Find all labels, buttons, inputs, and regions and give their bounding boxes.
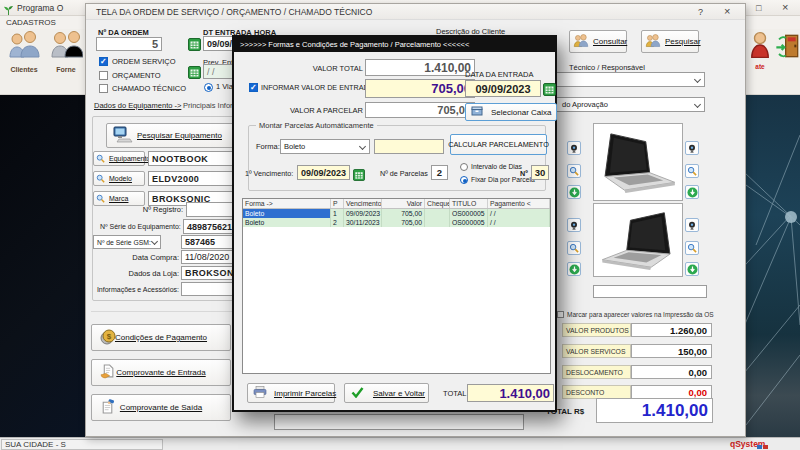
zoom-photo-button[interactable] xyxy=(567,241,581,255)
marca-button[interactable]: Marca xyxy=(93,191,145,206)
fixar-dia-radio[interactable] xyxy=(460,176,468,184)
cell-valor[interactable]: 705,00 xyxy=(382,209,425,218)
webcam-capture-button[interactable] xyxy=(685,141,699,155)
chevron-down-icon xyxy=(359,143,366,150)
consultar-button[interactable]: Consultar xyxy=(569,30,627,53)
gsm-value: 587465 xyxy=(185,237,215,247)
cell-valor[interactable]: 705,00 xyxy=(382,218,425,227)
toolbar-clientes-button[interactable]: Clientes xyxy=(4,31,44,91)
aprovacao-select[interactable]: do Aprovação xyxy=(549,97,705,112)
pesquisar-button[interactable]: Pesquisar xyxy=(641,30,699,53)
webcam-capture-button[interactable] xyxy=(567,141,581,155)
save-photo-button[interactable] xyxy=(685,185,699,199)
form-titlebar[interactable]: TELA DA ORDEM DE SERVIÇO / ORÇAMENTO / C… xyxy=(86,4,745,20)
tab-dados-equipamento[interactable]: Dados do Equipamento -> xyxy=(94,101,181,110)
save-photo-button[interactable] xyxy=(685,262,699,276)
intervalo-dias-radio[interactable] xyxy=(460,163,468,171)
forma-select[interactable]: Boleto xyxy=(280,139,370,154)
cell-vencimento[interactable]: 09/09/2023 xyxy=(344,209,382,218)
prev-entrega-calendar-icon[interactable] xyxy=(188,65,201,83)
data-entrada-calendar-icon[interactable] xyxy=(543,82,556,100)
comprovante-saida-button[interactable]: Comprovante de Saída xyxy=(91,394,231,421)
form-help-button[interactable]: ? xyxy=(698,7,703,17)
webcam-capture-button[interactable] xyxy=(685,218,699,232)
condicoes-pagamento-label: Condições de Pagamento xyxy=(115,333,207,342)
equipment-photo-1[interactable] xyxy=(593,123,683,201)
toolbar-exit-button[interactable] xyxy=(774,33,800,91)
menu-cadastros[interactable]: CADASTROS xyxy=(6,18,56,27)
n-dias-input[interactable]: 30 xyxy=(531,165,549,180)
gsm-select[interactable]: Nº de Série GSM: xyxy=(93,235,161,249)
ordem-input[interactable]: 5 xyxy=(96,37,162,51)
via-radio[interactable] xyxy=(204,83,213,92)
dt-entrada-calendar-icon[interactable] xyxy=(188,37,201,55)
condicoes-pagamento-button[interactable]: $ Condições de Pagamento xyxy=(91,324,231,351)
valor-produtos-label-cell: VALOR PRODUTOS xyxy=(562,323,631,337)
data-entrada-input[interactable]: 09/09/2023 xyxy=(465,80,541,97)
informar-entrada-checkbox[interactable] xyxy=(249,83,258,92)
status-location-cell: SUA CIDADE - S xyxy=(1,439,163,450)
num-parcelas-input[interactable]: 2 xyxy=(431,165,448,180)
dados-loja-label: Dados da Loja: xyxy=(116,269,179,279)
toolbar-person-button[interactable]: ate xyxy=(746,31,774,91)
data-compra-value: 11/08/2020 xyxy=(185,252,229,262)
col-cheque[interactable]: Cheque xyxy=(425,199,450,208)
desconto-label-cell: DESCONTO xyxy=(562,385,631,399)
equipment-photo-2[interactable] xyxy=(593,203,683,277)
calcular-parcelamento-button[interactable]: CALCULAR PARCELAMENTO xyxy=(450,134,547,155)
salvar-voltar-button[interactable]: Salvar e Voltar xyxy=(344,383,429,403)
table-row[interactable]: Boleto 1 09/09/2023 705,00 OS000005 / / xyxy=(243,209,550,218)
toolbar-fornecedores-button[interactable]: Forne xyxy=(46,31,86,91)
app-close-button[interactable]: × xyxy=(782,2,788,12)
table-row[interactable]: Boleto 2 30/11/2023 705,00 OS000005 / / xyxy=(243,218,550,227)
col-valor[interactable]: Valor xyxy=(382,199,425,208)
cell-titulo[interactable]: OS000005 xyxy=(450,218,488,227)
cell-cheque[interactable] xyxy=(425,218,450,227)
cell-pagamento[interactable]: / / xyxy=(488,209,550,218)
col-pagamento[interactable]: Pagamento < xyxy=(488,199,550,208)
zoom-photo-button[interactable] xyxy=(685,164,699,178)
parcelas-table[interactable]: Forma -> P Vencimento Valor Cheque TITUL… xyxy=(242,198,551,374)
col-forma[interactable]: Forma -> xyxy=(243,199,331,208)
app-maximize-button[interactable]: □ xyxy=(756,3,761,13)
col-titulo[interactable]: TITULO xyxy=(450,199,488,208)
vencimento-input[interactable]: 09/09/2023 xyxy=(297,165,350,180)
zoom-photo-button[interactable] xyxy=(567,164,581,178)
cell-forma[interactable]: Boleto xyxy=(243,209,331,218)
cell-titulo[interactable]: OS000005 xyxy=(450,209,488,218)
col-p[interactable]: P xyxy=(331,199,344,208)
orcamento-checkbox[interactable] xyxy=(99,71,108,80)
observacoes-input[interactable] xyxy=(274,414,524,430)
tecnico-select[interactable] xyxy=(549,72,705,87)
save-photo-button[interactable] xyxy=(567,262,581,276)
cell-vencimento[interactable]: 30/11/2023 xyxy=(344,218,382,227)
forma-extra-input[interactable] xyxy=(374,139,444,154)
form-close-button[interactable]: × xyxy=(724,6,730,16)
zoom-photo-button[interactable] xyxy=(685,241,699,255)
chamado-tecnico-checkbox[interactable] xyxy=(99,84,108,93)
modal-titlebar[interactable]: >>>>>> Formas e Condições de Pagamento /… xyxy=(234,37,555,52)
cell-p[interactable]: 1 xyxy=(331,209,344,218)
selecionar-caixa-button[interactable]: Selecionar Caixa xyxy=(465,103,557,121)
cell-cheque[interactable] xyxy=(425,209,450,218)
vencimento-calendar-icon[interactable] xyxy=(353,167,365,185)
valor-produtos-value: 1.260,00 xyxy=(631,323,712,337)
data-entrada-label: DATA DA ENTRADA xyxy=(465,70,534,80)
modelo-button[interactable]: Modelo xyxy=(93,171,145,186)
cell-forma[interactable]: Boleto xyxy=(243,218,331,227)
equipamento-button[interactable]: Equipamento xyxy=(93,151,145,166)
imprimir-parcelas-button[interactable]: Imprimir Parcelas xyxy=(247,383,335,403)
intervalo-dias-label: Intervalo de Dias xyxy=(471,162,522,172)
cell-pagamento[interactable]: / / xyxy=(488,218,550,227)
valor-entrada-input[interactable]: 705,00 xyxy=(365,79,475,98)
col-vencimento[interactable]: Vencimento xyxy=(344,199,382,208)
photo-caption-input[interactable] xyxy=(593,285,707,298)
comprovante-entrada-button[interactable]: Comprovante de Entrada xyxy=(91,359,231,386)
save-photo-button[interactable] xyxy=(567,185,581,199)
document-hand-icon xyxy=(100,364,115,381)
cell-p[interactable]: 2 xyxy=(331,218,344,227)
imprimir-valores-checkbox[interactable] xyxy=(557,311,564,318)
webcam-capture-button[interactable] xyxy=(567,218,581,232)
ordem-servico-checkbox[interactable] xyxy=(99,57,108,66)
serie-label: Nº Série do Equipamento: xyxy=(100,222,180,232)
